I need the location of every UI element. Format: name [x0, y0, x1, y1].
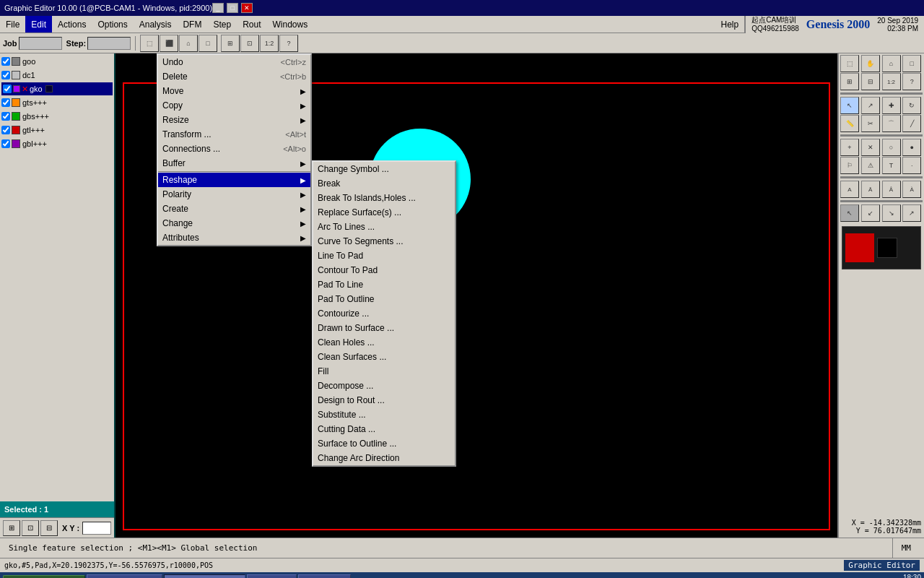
menu-copy[interactable]: Copy▶: [158, 98, 310, 113]
tool-select-rect[interactable]: ⬚: [840, 55, 859, 72]
reshape-cutting-data[interactable]: Cutting Data ...: [313, 422, 455, 436]
reshape-fill[interactable]: Fill: [313, 364, 455, 379]
tool-sel-1[interactable]: ↖: [840, 204, 859, 222]
taskbar-engineering[interactable]: ⚙ Engineering To...: [87, 574, 162, 578]
menu-actions[interactable]: Actions: [52, 16, 92, 33]
reshape-replace-surface[interactable]: Replace Surface(s) ...: [313, 205, 455, 220]
tool-pan[interactable]: ✋: [861, 55, 880, 72]
menu-polarity[interactable]: Polarity▶: [158, 187, 310, 202]
tool-rotate[interactable]: ↻: [902, 97, 921, 114]
reshape-change-arc-direction[interactable]: Change Arc Direction: [313, 451, 455, 465]
layer-item-gbl[interactable]: gbl+++: [1, 137, 113, 150]
close-button[interactable]: ✕: [241, 3, 253, 13]
menu-analysis[interactable]: Analysis: [134, 16, 178, 33]
reshape-change-symbol[interactable]: Change Symbol ...: [313, 162, 455, 176]
toolbar-btn-6[interactable]: ⊡: [240, 35, 259, 52]
menu-connections[interactable]: Connections ...<Alt>o: [158, 142, 310, 156]
tool-aa[interactable]: A: [840, 181, 859, 198]
step-value[interactable]: [87, 37, 131, 50]
taskbar-progress[interactable]: ▶ Progress: [247, 574, 297, 578]
menu-resize[interactable]: Resize▶: [158, 113, 310, 127]
menu-buffer[interactable]: Buffer▶: [158, 156, 310, 171]
reshape-substitute[interactable]: Substitute ...: [313, 407, 455, 422]
layer-item-gbs[interactable]: gbs+++: [1, 110, 113, 123]
tool-fill-circle[interactable]: ●: [902, 139, 921, 156]
canvas-area[interactable]: Undo<Ctrl>z Delete<Ctrl>b Move▶ Copy▶ Re…: [116, 53, 837, 538]
tool-ab[interactable]: Ā: [861, 181, 880, 198]
tool-delete[interactable]: ✕: [861, 139, 880, 156]
bottom-icon-1[interactable]: ⊞: [3, 520, 20, 536]
reshape-contour-to-pad[interactable]: Contour To Pad: [313, 263, 455, 277]
menu-rout[interactable]: Rout: [237, 16, 266, 33]
menu-transform[interactable]: Transform ...<Alt>t: [158, 127, 310, 142]
tool-ac[interactable]: Â: [882, 181, 901, 198]
tool-circle[interactable]: ○: [882, 139, 901, 156]
reshape-surface-to-outline[interactable]: Surface to Outline ...: [313, 436, 455, 451]
reshape-curve-to-segments[interactable]: Curve To Segments ...: [313, 234, 455, 249]
layer-item-gtl[interactable]: gtl+++: [1, 124, 113, 137]
tool-line[interactable]: ╱: [902, 115, 921, 132]
taskbar-graphic-editor[interactable]: 📐 Graphic Editor 1...: [164, 574, 246, 578]
maximize-button[interactable]: □: [227, 3, 238, 13]
menu-move[interactable]: Move▶: [158, 84, 310, 98]
status-units[interactable]: MM: [892, 538, 920, 558]
job-value[interactable]: [19, 37, 62, 50]
xy-input[interactable]: [82, 522, 111, 535]
tool-pointer[interactable]: ↗: [861, 97, 880, 114]
layer-item-gts[interactable]: gts+++: [1, 96, 113, 109]
menu-windows[interactable]: Windows: [266, 16, 313, 33]
reshape-break-to-islands[interactable]: Break To Islands,Holes ...: [313, 191, 455, 205]
toolbar-btn-4[interactable]: □: [199, 35, 217, 52]
tool-cross[interactable]: ✚: [882, 97, 901, 114]
layer-item-gko[interactable]: ✕ gko: [1, 82, 113, 95]
minimize-button[interactable]: _: [212, 3, 224, 13]
tool-zoom-in[interactable]: ⊞: [840, 73, 859, 90]
bottom-icon-2[interactable]: ⊡: [22, 520, 39, 536]
tool-scissors[interactable]: ✂: [861, 115, 880, 132]
reshape-drawn-to-surface[interactable]: Drawn to Surface ...: [313, 321, 455, 335]
start-button[interactable]: ⊞ 管理员: 东莞市起...: [3, 575, 85, 578]
layer-item-goo[interactable]: goo: [1, 55, 113, 68]
tool-home[interactable]: ⌂: [882, 55, 901, 72]
toolbar-btn-5[interactable]: ⊞: [221, 35, 240, 52]
menu-create[interactable]: Create▶: [158, 202, 310, 216]
menu-edit[interactable]: Edit: [25, 16, 52, 33]
tool-select[interactable]: ↖: [840, 97, 859, 114]
reshape-decompose[interactable]: Decompose ...: [313, 379, 455, 393]
tool-fit[interactable]: □: [902, 55, 921, 72]
titlebar-controls[interactable]: _ □ ✕: [212, 3, 253, 13]
toolbar-btn-1[interactable]: ⬚: [140, 35, 159, 52]
tool-zoom-out[interactable]: ⊟: [861, 73, 880, 90]
menu-step[interactable]: Step: [207, 16, 237, 33]
reshape-break[interactable]: Break: [313, 176, 455, 191]
menu-attributes[interactable]: Attributes▶: [158, 230, 310, 245]
reshape-clean-holes[interactable]: Clean Holes ...: [313, 335, 455, 350]
toolbar-btn-8[interactable]: ?: [279, 35, 298, 52]
menu-delete[interactable]: Delete<Ctrl>b: [158, 69, 310, 84]
tool-flag[interactable]: ⚐: [840, 157, 859, 174]
tool-ad[interactable]: À: [902, 181, 921, 198]
tool-sel-2[interactable]: ↙: [861, 204, 880, 222]
menu-options[interactable]: Options: [92, 16, 133, 33]
tool-add[interactable]: +: [840, 139, 859, 156]
toolbar-btn-7[interactable]: 1:2: [260, 35, 279, 52]
taskbar-system[interactable]: 💾 系统 (D:): [298, 574, 350, 578]
reshape-pad-to-outline[interactable]: Pad To Outline: [313, 292, 455, 306]
layer-item-dc1[interactable]: dc1: [1, 69, 113, 82]
menu-undo[interactable]: Undo<Ctrl>z: [158, 55, 310, 69]
tool-sel-4[interactable]: ↗: [902, 204, 921, 222]
reshape-line-to-pad[interactable]: Line To Pad: [313, 249, 455, 263]
menu-reshape[interactable]: Reshape▶: [158, 173, 310, 187]
reshape-pad-to-line[interactable]: Pad To Line: [313, 277, 455, 292]
menu-help[interactable]: Help: [715, 16, 745, 33]
toolbar-btn-2[interactable]: ⬛: [160, 35, 178, 52]
tool-zoom-12[interactable]: 1:2: [882, 73, 901, 90]
menu-dfm[interactable]: DFM: [177, 16, 207, 33]
reshape-clean-surfaces[interactable]: Clean Surfaces ...: [313, 350, 455, 364]
reshape-contourize[interactable]: Contourize ...: [313, 306, 455, 321]
tool-drc[interactable]: ⚠: [861, 157, 880, 174]
menu-file[interactable]: File: [0, 16, 25, 33]
toolbar-btn-3[interactable]: ⌂: [179, 35, 198, 52]
tool-measure[interactable]: 📏: [840, 115, 859, 132]
reshape-arc-to-lines[interactable]: Arc To Lines ...: [313, 220, 455, 234]
